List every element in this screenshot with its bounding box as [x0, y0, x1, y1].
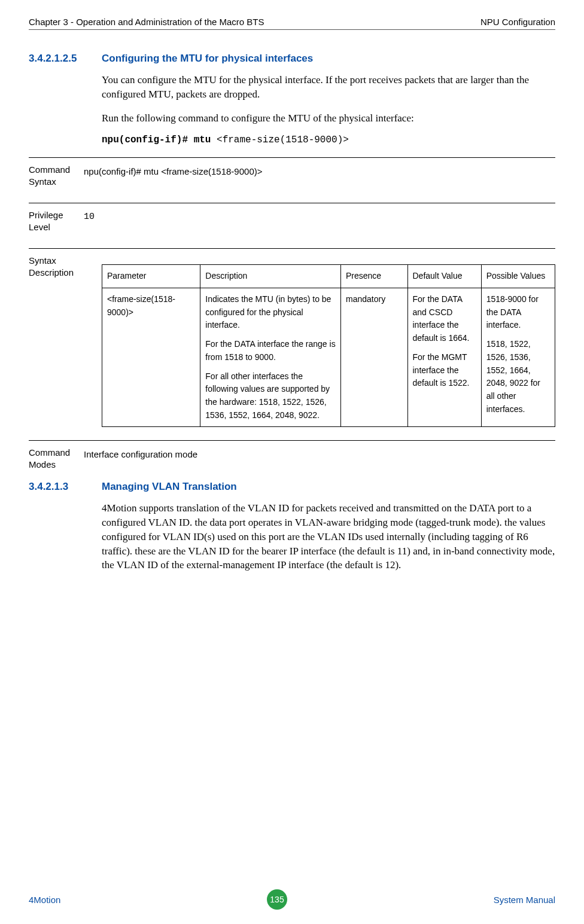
header-left: Chapter 3 - Operation and Administration…: [29, 17, 264, 27]
cell-default-p: For the DATA and CSCD interface the defa…: [413, 293, 476, 345]
page-footer: 4Motion 135 System Manual: [29, 889, 555, 910]
section-number: 3.4.2.1.2.5: [29, 53, 102, 65]
command-line: npu(config-if)# mtu <frame-size(1518-900…: [102, 135, 555, 145]
def-label-privilege: Privilege Level: [29, 209, 84, 233]
section-title: Configuring the MTU for physical interfa…: [102, 53, 313, 65]
def-label-command-modes: Command Modes: [29, 447, 84, 470]
cell-possible-p: 1518, 1522, 1526, 1536, 1552, 1664, 2048…: [486, 338, 550, 416]
def-value-privilege: 10: [84, 209, 95, 225]
footer-right: System Manual: [494, 895, 555, 905]
cell-possible-p: 1518-9000 for the DATA interface.: [486, 293, 550, 332]
cell-description: Indicates the MTU (in bytes) to be confi…: [200, 288, 341, 427]
def-label-syntax-description: Syntax Description: [29, 255, 84, 278]
col-parameter: Parameter: [102, 265, 200, 288]
command-arg: <frame-size(1518-9000)>: [211, 135, 348, 145]
section-title: Managing VLAN Translation: [102, 481, 237, 493]
cell-parameter: <frame-size(1518-9000)>: [102, 288, 200, 427]
def-label-command-syntax: Command Syntax: [29, 164, 84, 187]
cell-desc-p: For all other interfaces the following v…: [205, 370, 336, 422]
command-bold: npu(config-if)# mtu: [102, 135, 211, 145]
col-description: Description: [200, 265, 341, 288]
cell-default: For the DATA and CSCD interface the defa…: [407, 288, 481, 427]
cell-presence: mandatory: [341, 288, 407, 427]
col-presence: Presence: [341, 265, 407, 288]
col-default: Default Value: [407, 265, 481, 288]
body-paragraph: You can configure the MTU for the physic…: [102, 73, 555, 102]
cell-desc-p: For the DATA interface the range is from…: [205, 338, 336, 364]
col-possible: Possible Values: [481, 265, 555, 288]
cell-possible: 1518-9000 for the DATA interface. 1518, …: [481, 288, 555, 427]
table-row: Parameter Description Presence Default V…: [102, 265, 555, 288]
cell-desc-p: Indicates the MTU (in bytes) to be confi…: [205, 293, 336, 332]
section-number: 3.4.2.1.3: [29, 481, 102, 493]
body-paragraph: Run the following command to configure t…: [102, 111, 555, 126]
page-header: Chapter 3 - Operation and Administration…: [29, 17, 555, 30]
header-right: NPU Configuration: [480, 17, 555, 27]
cell-default-p: For the MGMT interface the default is 15…: [413, 351, 476, 390]
def-value-command-modes: Interface configuration mode: [84, 447, 197, 462]
def-value-command-syntax: npu(config-if)# mtu <frame-size(1518-900…: [84, 164, 262, 179]
footer-left: 4Motion: [29, 895, 60, 905]
body-paragraph: 4Motion supports translation of the VLAN…: [102, 501, 555, 572]
page-number-badge: 135: [267, 889, 287, 910]
syntax-table: Parameter Description Presence Default V…: [102, 264, 555, 427]
table-row: <frame-size(1518-9000)> Indicates the MT…: [102, 288, 555, 427]
